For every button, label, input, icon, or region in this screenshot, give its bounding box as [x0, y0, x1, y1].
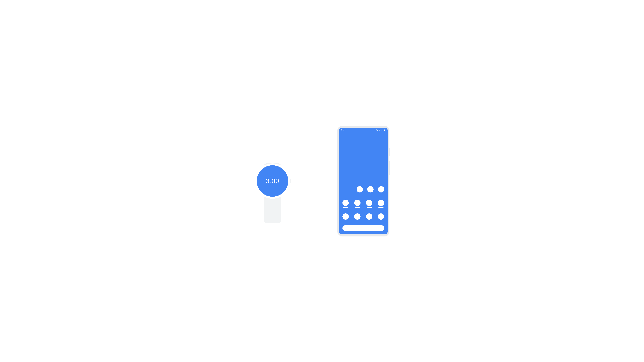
- status-icons: [376, 129, 386, 131]
- app-row: [342, 200, 384, 208]
- app-item[interactable]: [354, 200, 360, 208]
- app-label: [378, 221, 384, 221]
- watch-device: 3:00: [255, 163, 290, 199]
- app-item[interactable]: [378, 200, 384, 208]
- app-item[interactable]: [354, 213, 360, 221]
- phone-device: 3:00: [338, 126, 389, 236]
- app-item[interactable]: [342, 213, 349, 221]
- app-icon: [342, 200, 349, 206]
- app-item[interactable]: [367, 186, 374, 194]
- phone-volume-button: [389, 161, 390, 175]
- app-label: [355, 207, 360, 208]
- phone-screen: 3:00: [339, 128, 388, 234]
- app-item[interactable]: [366, 200, 372, 208]
- phone-content: [339, 132, 388, 234]
- watch-body: 3:00: [255, 163, 290, 199]
- app-label: [368, 194, 373, 194]
- app-icon: [342, 213, 349, 220]
- phone-power-button: [389, 148, 390, 156]
- app-label: [357, 194, 362, 194]
- app-label: [343, 221, 348, 221]
- app-icon: [378, 213, 384, 220]
- app-item[interactable]: [342, 200, 349, 208]
- app-row: [342, 186, 384, 194]
- app-label: [343, 207, 348, 208]
- status-time: 3:00: [341, 129, 344, 131]
- watch-face: 3:00: [257, 165, 288, 197]
- app-item[interactable]: [366, 213, 372, 221]
- app-icon: [378, 200, 384, 206]
- app-icon: [378, 186, 384, 192]
- battery-icon: [384, 129, 386, 131]
- app-label: [378, 207, 384, 208]
- app-label: [367, 221, 372, 221]
- airplane-icon: [381, 129, 383, 131]
- device-illustration: 3:00 3:00: [0, 126, 644, 236]
- app-icon: [356, 186, 363, 192]
- app-icon: [366, 213, 372, 220]
- app-row: [342, 213, 384, 221]
- app-icon: [366, 200, 372, 206]
- app-item[interactable]: [356, 186, 363, 194]
- app-icon: [354, 200, 360, 206]
- wifi-icon: [379, 129, 380, 131]
- app-label: [355, 221, 360, 221]
- app-icon: [354, 213, 360, 220]
- app-item[interactable]: [378, 213, 384, 221]
- phone-body: 3:00: [338, 126, 389, 236]
- app-label: [378, 194, 384, 194]
- status-bar: 3:00: [339, 128, 388, 132]
- dnd-icon: [376, 129, 378, 131]
- search-bar[interactable]: [342, 225, 384, 231]
- app-grid: [342, 186, 384, 221]
- app-item[interactable]: [378, 186, 384, 194]
- watch-time: 3:00: [266, 177, 279, 185]
- app-icon: [367, 186, 374, 192]
- app-label: [367, 207, 372, 208]
